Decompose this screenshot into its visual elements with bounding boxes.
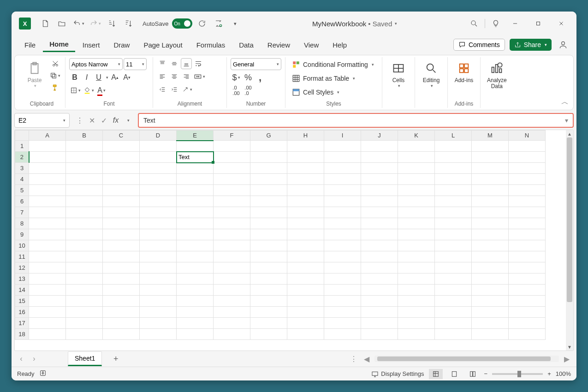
cell[interactable]: [324, 251, 361, 262]
cell[interactable]: [509, 229, 546, 240]
tab-formulas[interactable]: Formulas: [190, 38, 232, 52]
hscroll-right-icon[interactable]: ▶: [562, 354, 572, 364]
cell[interactable]: [66, 218, 103, 229]
cell[interactable]: [509, 240, 546, 251]
decrease-decimal-icon[interactable]: .00.0: [243, 85, 254, 96]
cancel-formula-icon[interactable]: ✕: [86, 115, 97, 126]
cell[interactable]: [287, 163, 324, 174]
cell[interactable]: [509, 174, 546, 185]
row-header[interactable]: 3: [15, 163, 29, 174]
cell[interactable]: [250, 296, 287, 307]
cell[interactable]: [361, 163, 398, 174]
cell[interactable]: [29, 174, 66, 185]
row-header[interactable]: 12: [15, 262, 29, 273]
cell[interactable]: [214, 163, 250, 174]
cell[interactable]: [214, 307, 250, 318]
cell[interactable]: [214, 174, 250, 185]
cell[interactable]: [472, 174, 509, 185]
cell[interactable]: [287, 318, 324, 329]
qat-customize-icon[interactable]: ▾: [228, 17, 242, 30]
cell[interactable]: [398, 329, 435, 340]
hscroll-left-icon[interactable]: ◀: [362, 354, 372, 364]
cell[interactable]: [140, 141, 177, 152]
cell[interactable]: [103, 240, 140, 251]
cell[interactable]: [472, 185, 509, 196]
cell[interactable]: [361, 318, 398, 329]
cell[interactable]: [250, 185, 287, 196]
cell[interactable]: [140, 185, 177, 196]
row-header[interactable]: 17: [15, 318, 29, 329]
percent-icon[interactable]: %: [243, 72, 254, 83]
cell[interactable]: [66, 240, 103, 251]
sync-icon[interactable]: [212, 17, 226, 30]
cell[interactable]: [29, 196, 66, 207]
tab-data[interactable]: Data: [232, 38, 260, 52]
cell[interactable]: Text: [177, 152, 214, 163]
zoom-level[interactable]: 100%: [556, 370, 571, 377]
cell[interactable]: [398, 141, 435, 152]
cell[interactable]: [250, 262, 287, 273]
cell[interactable]: [287, 174, 324, 185]
cell[interactable]: [509, 329, 546, 340]
column-header[interactable]: B: [66, 131, 103, 141]
cell[interactable]: [472, 307, 509, 318]
add-ins-button[interactable]: Add-ins: [451, 58, 476, 84]
add-sheet-button[interactable]: +: [109, 352, 122, 365]
cell[interactable]: [324, 218, 361, 229]
cell[interactable]: [250, 251, 287, 262]
cell[interactable]: [177, 229, 214, 240]
align-middle-icon[interactable]: [169, 58, 180, 69]
cell[interactable]: [324, 207, 361, 218]
cell[interactable]: [398, 307, 435, 318]
minimize-button[interactable]: [505, 17, 526, 30]
cell[interactable]: [435, 174, 472, 185]
cell[interactable]: [509, 251, 546, 262]
column-header[interactable]: F: [214, 131, 250, 141]
cell[interactable]: [66, 318, 103, 329]
tab-view[interactable]: View: [297, 38, 325, 52]
align-bottom-icon[interactable]: [181, 58, 192, 69]
cell[interactable]: [472, 152, 509, 163]
cell[interactable]: [361, 218, 398, 229]
cell[interactable]: [472, 329, 509, 340]
cell[interactable]: [287, 152, 324, 163]
cell[interactable]: [435, 307, 472, 318]
cell[interactable]: [472, 285, 509, 296]
increase-indent-icon[interactable]: [169, 84, 180, 95]
cell[interactable]: [66, 251, 103, 262]
cell[interactable]: [177, 185, 214, 196]
tab-insert[interactable]: Insert: [76, 38, 107, 52]
accessibility-icon[interactable]: [39, 369, 47, 378]
autosave-toggle[interactable]: AutoSave On: [143, 18, 192, 29]
cell[interactable]: [324, 329, 361, 340]
cell-styles-button[interactable]: Cell Styles▾: [289, 86, 377, 99]
cell[interactable]: [250, 163, 287, 174]
cell[interactable]: [509, 141, 546, 152]
cell[interactable]: [324, 196, 361, 207]
select-all-corner[interactable]: [15, 131, 29, 141]
cell[interactable]: [214, 251, 250, 262]
cell[interactable]: [287, 296, 324, 307]
cell[interactable]: [287, 207, 324, 218]
cell[interactable]: [287, 273, 324, 285]
cell[interactable]: [435, 218, 472, 229]
cell[interactable]: [140, 262, 177, 273]
cell[interactable]: [103, 174, 140, 185]
align-top-icon[interactable]: [157, 58, 168, 69]
scroll-down-icon[interactable]: ▼: [566, 343, 573, 350]
cell[interactable]: [398, 185, 435, 196]
cell[interactable]: [103, 262, 140, 273]
cell[interactable]: [250, 329, 287, 340]
format-as-table-button[interactable]: Format as Table▾: [289, 72, 377, 85]
cell[interactable]: [361, 152, 398, 163]
row-header[interactable]: 8: [15, 218, 29, 229]
align-center-icon[interactable]: [169, 71, 180, 82]
cell[interactable]: [435, 207, 472, 218]
cell[interactable]: [324, 185, 361, 196]
currency-icon[interactable]: $▾: [231, 72, 242, 83]
cell[interactable]: [29, 251, 66, 262]
prev-sheet-icon[interactable]: ‹: [16, 354, 26, 364]
cell[interactable]: [250, 141, 287, 152]
cell[interactable]: [398, 174, 435, 185]
horizontal-scrollbar[interactable]: [374, 356, 559, 362]
